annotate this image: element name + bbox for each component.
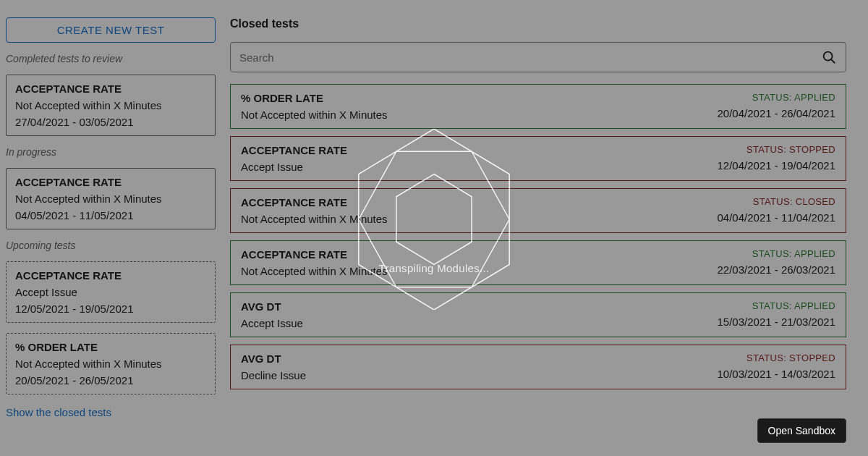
loading-overlay: Transpiling Modules... <box>0 0 868 456</box>
loading-text: Transpiling Modules... <box>379 262 490 274</box>
svg-marker-2 <box>359 129 509 310</box>
spinner-icon <box>358 129 510 310</box>
svg-marker-4 <box>396 174 472 265</box>
open-sandbox-button[interactable]: Open Sandbox <box>757 418 846 443</box>
